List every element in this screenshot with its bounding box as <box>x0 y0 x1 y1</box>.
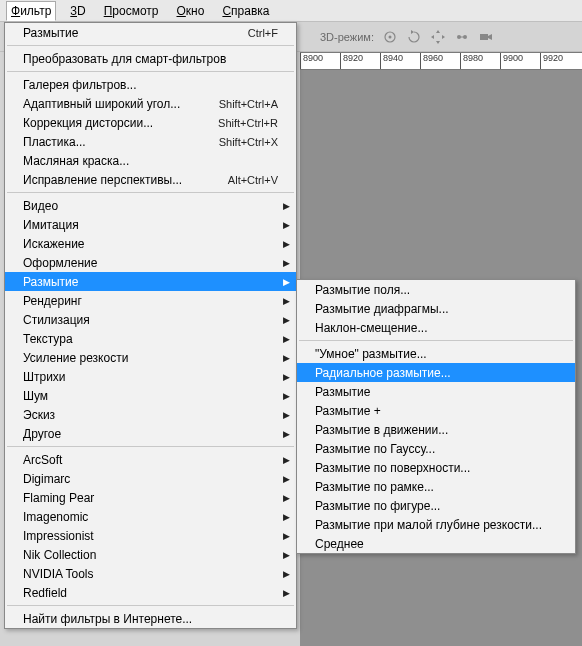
submenu-arrow-icon: ▶ <box>283 550 290 560</box>
menubar-item[interactable]: Окно <box>173 2 209 20</box>
menu-item-label: Размытие в движении... <box>315 423 557 437</box>
menu-item-shortcut: Shift+Ctrl+A <box>219 98 278 110</box>
menubar-item[interactable]: Фильтр <box>6 1 56 21</box>
submenu-arrow-icon: ▶ <box>283 391 290 401</box>
menu-item-label: Размытие по Гауссу... <box>315 442 557 456</box>
submenu-arrow-icon: ▶ <box>283 429 290 439</box>
menu-item-label: Размытие по рамке... <box>315 480 557 494</box>
submenu-item[interactable]: Размытие поля... <box>297 280 575 299</box>
roll-icon[interactable] <box>406 29 422 45</box>
submenu-arrow-icon: ▶ <box>283 531 290 541</box>
submenu-item[interactable]: Размытие диафрагмы... <box>297 299 575 318</box>
menu-separator <box>7 71 294 72</box>
menu-item[interactable]: Исправление перспективы...Alt+Ctrl+V <box>5 170 296 189</box>
menu-item[interactable]: Галерея фильтров... <box>5 75 296 94</box>
submenu-arrow-icon: ▶ <box>283 201 290 211</box>
menu-item[interactable]: Пластика...Shift+Ctrl+X <box>5 132 296 151</box>
ruler-tick: 8900 <box>300 53 340 69</box>
submenu-arrow-icon: ▶ <box>283 239 290 249</box>
menu-item[interactable]: Текстура▶ <box>5 329 296 348</box>
submenu-arrow-icon: ▶ <box>283 353 290 363</box>
menu-item[interactable]: Рендеринг▶ <box>5 291 296 310</box>
menu-item-label: Радиальное размытие... <box>315 366 557 380</box>
submenu-arrow-icon: ▶ <box>283 455 290 465</box>
pan-icon[interactable] <box>430 29 446 45</box>
submenu-item[interactable]: Радиальное размытие... <box>297 363 575 382</box>
menu-separator <box>7 605 294 606</box>
menubar-item[interactable]: 3D <box>66 2 89 20</box>
menu-item[interactable]: РазмытиеCtrl+F <box>5 23 296 42</box>
menu-item[interactable]: Оформление▶ <box>5 253 296 272</box>
menu-item-label: Рендеринг <box>23 294 278 308</box>
menu-item[interactable]: Штрихи▶ <box>5 367 296 386</box>
menu-item-label: NVIDIA Tools <box>23 567 278 581</box>
menubar-item[interactable]: Справка <box>218 2 273 20</box>
menu-item[interactable]: ArcSoft▶ <box>5 450 296 469</box>
menu-item[interactable]: Коррекция дисторсии...Shift+Ctrl+R <box>5 113 296 132</box>
submenu-arrow-icon: ▶ <box>283 474 290 484</box>
submenu-item[interactable]: Размытие + <box>297 401 575 420</box>
menubar-item[interactable]: Просмотр <box>100 2 163 20</box>
menu-item-label: ArcSoft <box>23 453 278 467</box>
orbit-icon[interactable] <box>382 29 398 45</box>
menu-item[interactable]: Стилизация▶ <box>5 310 296 329</box>
menu-item[interactable]: Масляная краска... <box>5 151 296 170</box>
submenu-item[interactable]: Размытие по рамке... <box>297 477 575 496</box>
submenu-item[interactable]: Наклон-смещение... <box>297 318 575 337</box>
ruler-tick: 8940 <box>380 53 420 69</box>
menu-item[interactable]: Nik Collection▶ <box>5 545 296 564</box>
submenu-item[interactable]: Среднее <box>297 534 575 553</box>
submenu-arrow-icon: ▶ <box>283 315 290 325</box>
submenu-item[interactable]: Размытие по поверхности... <box>297 458 575 477</box>
submenu-item[interactable]: Размытие по Гауссу... <box>297 439 575 458</box>
menu-item-label: Имитация <box>23 218 278 232</box>
menu-item-label: Исправление перспективы... <box>23 173 228 187</box>
menu-item[interactable]: Эскиз▶ <box>5 405 296 424</box>
menu-separator <box>7 192 294 193</box>
menu-item[interactable]: Адаптивный широкий угол...Shift+Ctrl+A <box>5 94 296 113</box>
menu-item-label: Текстура <box>23 332 278 346</box>
menu-item-label: Redfield <box>23 586 278 600</box>
menu-item-label: Размытие при малой глубине резкости... <box>315 518 557 532</box>
slide-icon[interactable] <box>454 29 470 45</box>
menu-item[interactable]: Другое▶ <box>5 424 296 443</box>
menu-item[interactable]: Искажение▶ <box>5 234 296 253</box>
mode-3d-label: 3D-режим: <box>320 31 374 43</box>
menu-item-label: Штрихи <box>23 370 278 384</box>
menu-item[interactable]: Шум▶ <box>5 386 296 405</box>
menu-item-label: Размытие <box>315 385 557 399</box>
menu-separator <box>299 340 573 341</box>
menu-item[interactable]: Усиление резкости▶ <box>5 348 296 367</box>
menu-item[interactable]: Imagenomic▶ <box>5 507 296 526</box>
menu-item-label: Размытие по фигуре... <box>315 499 557 513</box>
menu-item-label: Среднее <box>315 537 557 551</box>
menu-item-label: Масляная краска... <box>23 154 278 168</box>
camera-icon[interactable] <box>478 29 494 45</box>
menu-item[interactable]: Redfield▶ <box>5 583 296 602</box>
menu-item-label: Стилизация <box>23 313 278 327</box>
menu-item[interactable]: Найти фильтры в Интернете... <box>5 609 296 628</box>
submenu-item[interactable]: Размытие по фигуре... <box>297 496 575 515</box>
menu-item-label: "Умное" размытие... <box>315 347 557 361</box>
menubar: Фильтр3DПросмотрОкноСправка <box>0 0 582 22</box>
menu-item[interactable]: Flaming Pear▶ <box>5 488 296 507</box>
submenu-arrow-icon: ▶ <box>283 569 290 579</box>
menu-item-label: Преобразовать для смарт-фильтров <box>23 52 278 66</box>
submenu-item[interactable]: "Умное" размытие... <box>297 344 575 363</box>
menu-item-shortcut: Shift+Ctrl+R <box>218 117 278 129</box>
menu-item[interactable]: Digimarc▶ <box>5 469 296 488</box>
menu-item[interactable]: Impressionist▶ <box>5 526 296 545</box>
menu-item[interactable]: NVIDIA Tools▶ <box>5 564 296 583</box>
menu-item[interactable]: Размытие▶ <box>5 272 296 291</box>
submenu-item[interactable]: Размытие при малой глубине резкости... <box>297 515 575 534</box>
menu-item-shortcut: Alt+Ctrl+V <box>228 174 278 186</box>
submenu-item[interactable]: Размытие <box>297 382 575 401</box>
menu-item-label: Шум <box>23 389 278 403</box>
menu-item-label: Другое <box>23 427 278 441</box>
submenu-item[interactable]: Размытие в движении... <box>297 420 575 439</box>
menu-item[interactable]: Видео▶ <box>5 196 296 215</box>
submenu-arrow-icon: ▶ <box>283 220 290 230</box>
menu-item[interactable]: Преобразовать для смарт-фильтров <box>5 49 296 68</box>
ruler-tick: 8980 <box>460 53 500 69</box>
menu-item[interactable]: Имитация▶ <box>5 215 296 234</box>
